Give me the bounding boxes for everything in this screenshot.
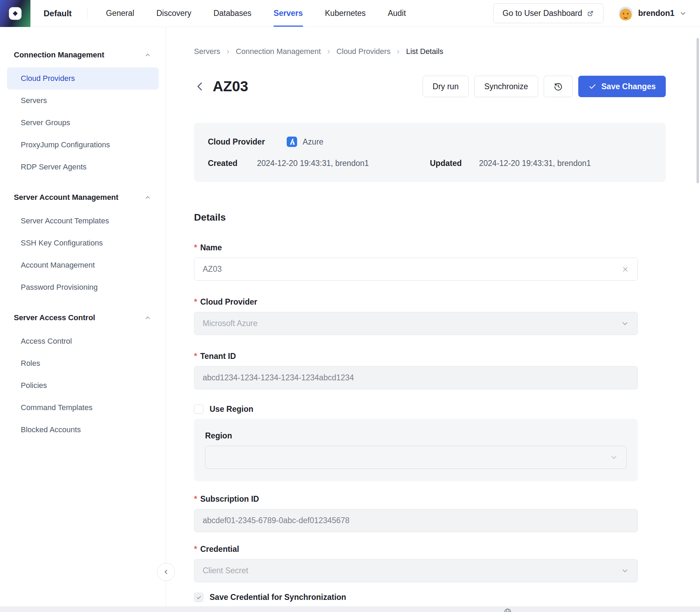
use-region-row: Use Region [194,405,666,414]
sidebar-item-access-control[interactable]: Access Control [0,330,166,352]
sidebar-item-server-account-templates[interactable]: Server Account Templates [0,210,166,232]
nav-servers[interactable]: Servers [274,0,303,27]
chevron-left-icon [194,81,206,92]
required-asterisk: * [194,494,197,504]
sidebar-item-cloud-providers[interactable]: Cloud Providers [7,67,159,90]
section-title-label: Server Account Management [14,193,118,202]
back-button[interactable] [194,81,206,92]
cloud-provider-label: Cloud Provider [200,297,257,307]
sidebar-item-servers[interactable]: Servers [0,90,166,112]
chevron-up-icon [144,194,151,201]
credential-select: Client Secret [194,559,638,582]
details-heading: Details [194,212,666,223]
check-icon [588,82,597,91]
sidebar-section-server-access-control: Server Access Control Access Control Rol… [0,311,166,441]
sidebar-item-password-provisioning[interactable]: Password Provisioning [0,276,166,298]
azure-icon [287,137,297,147]
credential-label: Credential [200,544,239,554]
topbar-divider [88,8,88,19]
nav-databases[interactable]: Databases [213,0,251,27]
breadcrumb-connection-management[interactable]: Connection Management [236,47,321,56]
clear-icon[interactable] [621,266,629,273]
region-label: Region [205,430,232,441]
chevron-down-icon [610,453,618,462]
org-name: Default [44,9,72,18]
app-logo[interactable] [0,0,30,27]
check-icon [196,594,202,601]
save-credential-row: Save Credential for Synchronization [194,593,666,602]
section-title-server-access-control[interactable]: Server Access Control [0,311,166,325]
subscription-id-label: Subscription ID [200,494,259,504]
subscription-id-value: abcdef01-2345-6789-0abc-def012345678 [203,516,350,525]
section-title-label: Connection Management [14,50,104,59]
required-asterisk: * [194,297,197,307]
topbar: Default General Discovery Databases Serv… [0,0,700,27]
nav-kubernetes[interactable]: Kubernetes [325,0,366,27]
use-region-label: Use Region [210,405,254,414]
synchronize-button[interactable]: Synchronize [474,76,538,97]
sidebar-item-policies[interactable]: Policies [0,374,166,397]
sidebar-item-ssh-key-configurations[interactable]: SSH Key Configurations [0,232,166,254]
breadcrumb-servers[interactable]: Servers [194,47,220,56]
breadcrumb-separator-icon [225,49,231,55]
sidebar-section-server-account-management: Server Account Management Server Account… [0,191,166,298]
cloud-provider-select: Microsoft Azure [194,312,638,335]
save-credential-checkbox [194,593,203,602]
sidebar: Connection Management Cloud Providers Se… [0,27,166,612]
credential-value: Client Secret [203,566,248,575]
required-asterisk: * [194,242,197,253]
globe-icon[interactable] [504,608,512,612]
chevron-up-icon [144,52,151,58]
save-changes-button[interactable]: Save Changes [578,76,666,97]
main-content: Servers Connection Management Cloud Prov… [166,27,700,612]
provider-chip: Azure [287,137,323,147]
user-avatar[interactable] [619,7,633,20]
app-logo-icon [7,6,23,21]
nav-audit[interactable]: Audit [388,0,406,27]
section-title-server-account-management[interactable]: Server Account Management [0,191,166,204]
top-nav: General Discovery Databases Servers Kube… [106,0,406,27]
username[interactable]: brendon1 [638,9,674,18]
section-title-connection-management[interactable]: Connection Management [0,48,166,62]
use-region-checkbox[interactable] [194,405,203,414]
sidebar-section-connection-management: Connection Management Cloud Providers Se… [0,48,166,178]
vertical-scrollbar-thumb[interactable] [697,38,699,183]
updated-value: 2024-12-20 19:43:31, brendon1 [479,159,591,168]
breadcrumb-cloud-providers[interactable]: Cloud Providers [337,47,391,56]
provider-label: Cloud Provider [208,137,287,147]
sidebar-item-roles[interactable]: Roles [0,352,166,374]
user-menu-chevron-down-icon[interactable] [679,10,687,17]
chevron-left-icon [162,568,170,576]
sidebar-item-proxyjump-configurations[interactable]: ProxyJump Configurations [0,134,166,156]
breadcrumb-list-details: List Details [406,47,443,56]
breadcrumb-separator-icon [326,49,332,55]
header-actions: Dry run Synchronize Save Changes [423,76,666,97]
sidebar-item-rdp-server-agents[interactable]: RDP Server Agents [0,156,166,178]
nav-general[interactable]: General [106,0,134,27]
name-input[interactable] [203,265,621,274]
cloud-provider-field: * Cloud Provider Microsoft Azure [194,297,666,335]
region-select [205,446,627,469]
region-panel: Region [194,419,638,481]
save-credential-label: Save Credential for Synchronization [210,593,346,602]
nav-discovery[interactable]: Discovery [156,0,191,27]
created-label: Created [208,159,257,168]
history-button[interactable] [544,76,573,97]
breadcrumb: Servers Connection Management Cloud Prov… [194,47,666,56]
sidebar-item-server-groups[interactable]: Server Groups [0,112,166,134]
updated-label: Updated [430,159,479,168]
dry-run-button[interactable]: Dry run [423,76,469,97]
sidebar-item-blocked-accounts[interactable]: Blocked Accounts [0,419,166,441]
subscription-id-field: * Subscription ID abcdef01-2345-6789-0ab… [194,494,666,532]
avatar-smiley-icon [620,9,632,20]
subscription-id-input: abcdef01-2345-6789-0abc-def012345678 [194,509,638,532]
sidebar-item-account-management[interactable]: Account Management [0,254,166,276]
history-icon [553,82,563,91]
tenant-id-field: * Tenant ID abcd1234-1234-1234-1234-1234… [194,351,666,389]
go-to-user-dashboard-button[interactable]: Go to User Dashboard [493,3,604,23]
created-value: 2024-12-20 19:43:31, brendon1 [257,159,369,168]
sidebar-item-command-templates[interactable]: Command Templates [0,397,166,419]
tenant-id-input: abcd1234-1234-1234-1234-1234abcd1234 [194,366,638,389]
section-title-label: Server Access Control [14,313,95,322]
sidebar-collapse-button[interactable] [157,563,175,581]
